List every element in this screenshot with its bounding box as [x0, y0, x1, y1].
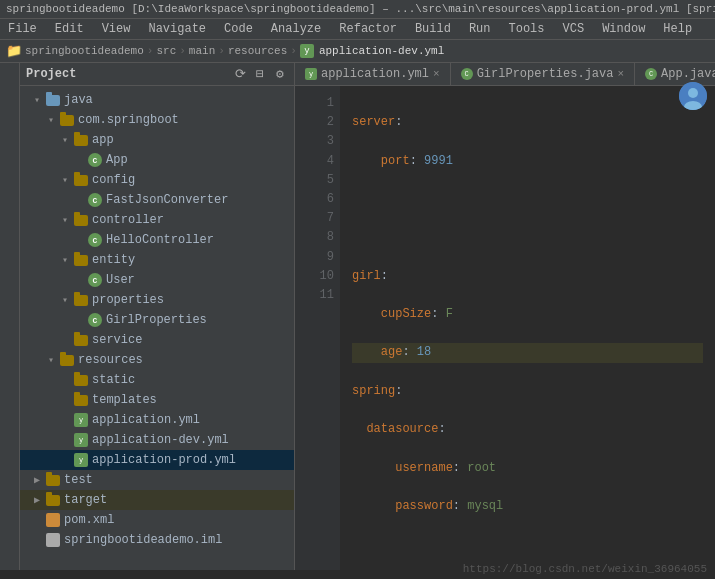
tree-item-User[interactable]: C User: [20, 270, 294, 290]
menu-item-file[interactable]: File: [4, 21, 41, 37]
menu-item-tools[interactable]: Tools: [505, 21, 549, 37]
tree-item-config[interactable]: ▾ config: [20, 170, 294, 190]
tree-label-HelloController: HelloController: [106, 233, 214, 247]
code-left-gutter: [295, 86, 305, 570]
tab-GirlProperties[interactable]: C GirlProperties.java ×: [451, 63, 635, 85]
menu-item-window[interactable]: Window: [598, 21, 649, 37]
tab-label-App: App.java: [661, 67, 715, 81]
folder-config-icon: [74, 175, 88, 186]
tree-item-application-prod-yml[interactable]: y application-prod.yml: [20, 450, 294, 470]
code-line-8: spring:: [352, 382, 703, 401]
line-num-9: 9: [305, 248, 334, 267]
folder-entity-icon: [74, 255, 88, 266]
watermark-text: https://blog.csdn.net/weixin_36964055: [463, 563, 707, 575]
java-App-icon: C: [88, 153, 102, 167]
line-num-8: 8: [305, 228, 334, 247]
tree-label-static: static: [92, 373, 135, 387]
line-num-10: 10: [305, 267, 334, 286]
breadcrumb-springbootideademo[interactable]: springbootideademo: [25, 45, 144, 57]
menu-item-navigate[interactable]: Navigate: [144, 21, 210, 37]
watermark: https://blog.csdn.net/weixin_36964055: [463, 563, 707, 575]
folder-properties-icon: [74, 295, 88, 306]
folder-target-icon: [46, 495, 60, 506]
menu-item-run[interactable]: Run: [465, 21, 495, 37]
line-num-5: 5: [305, 171, 334, 190]
tab-close-application-yml[interactable]: ×: [433, 68, 440, 80]
tab-java-icon-App: C: [645, 68, 657, 80]
line-num-2: 2: [305, 113, 334, 132]
project-header-label: Project: [26, 67, 76, 81]
tree-item-application-dev-yml[interactable]: y application-dev.yml: [20, 430, 294, 450]
tab-label-application-yml: application.yml: [321, 67, 429, 81]
arrow-entity: ▾: [62, 254, 72, 266]
breadcrumb-file[interactable]: application-dev.yml: [319, 45, 444, 57]
menu-item-vcs[interactable]: VCS: [559, 21, 589, 37]
breadcrumb-bar: 📁 springbootideademo › src › main › reso…: [0, 40, 715, 63]
line-num-4: 4: [305, 152, 334, 171]
tab-label-GirlProperties: GirlProperties.java: [477, 67, 614, 81]
collapse-icon[interactable]: ⊟: [252, 66, 268, 82]
project-icon: 📁: [6, 43, 22, 59]
code-editor: 1 2 3 4 5 6 7 8 9 10 11 server: port: 99…: [295, 86, 715, 570]
breadcrumb-main[interactable]: main: [189, 45, 215, 57]
tree-item-com-springboot[interactable]: ▾ com.springboot: [20, 110, 294, 130]
iml-icon: [46, 533, 60, 547]
breadcrumb-resources[interactable]: resources: [228, 45, 287, 57]
avatar[interactable]: [679, 82, 707, 110]
tree-item-HelloController[interactable]: C HelloController: [20, 230, 294, 250]
tree-label-service: service: [92, 333, 142, 347]
tree-item-entity[interactable]: ▾ entity: [20, 250, 294, 270]
tree-item-java[interactable]: ▾ java: [20, 90, 294, 110]
tab-application-yml[interactable]: y application.yml ×: [295, 63, 451, 85]
menu-item-analyze[interactable]: Analyze: [267, 21, 325, 37]
arrow-test: ▶: [34, 474, 44, 486]
line-num-6: 6: [305, 190, 334, 209]
tree-item-iml[interactable]: springbootideademo.iml: [20, 530, 294, 550]
line-num-1: 1: [305, 94, 334, 113]
menu-item-edit[interactable]: Edit: [51, 21, 88, 37]
tree-item-FastJsonConverter[interactable]: C FastJsonConverter: [20, 190, 294, 210]
code-line-6: cupSize: F: [352, 305, 703, 324]
tree-item-GirlProperties[interactable]: C GirlProperties: [20, 310, 294, 330]
line-num-7: 7: [305, 209, 334, 228]
tree-label-config: config: [92, 173, 135, 187]
tree-label-com-springboot: com.springboot: [78, 113, 179, 127]
arrow-com-springboot: ▾: [48, 114, 58, 126]
folder-static-icon: [74, 375, 88, 386]
tree-item-service[interactable]: service: [20, 330, 294, 350]
tree-item-App[interactable]: C App: [20, 150, 294, 170]
folder-resources-icon: [60, 355, 74, 366]
tree-item-pom-xml[interactable]: pom.xml: [20, 510, 294, 530]
folder-java-icon: [46, 95, 60, 106]
tree-label-FastJsonConverter: FastJsonConverter: [106, 193, 228, 207]
yaml-breadcrumb-icon: y: [300, 44, 314, 58]
menu-item-refactor[interactable]: Refactor: [335, 21, 401, 37]
breadcrumb-src[interactable]: src: [156, 45, 176, 57]
tree-item-static[interactable]: static: [20, 370, 294, 390]
tree-label-test: test: [64, 473, 93, 487]
tree-item-templates[interactable]: templates: [20, 390, 294, 410]
folder-service-icon: [74, 335, 88, 346]
menu-item-help[interactable]: Help: [659, 21, 696, 37]
tree-item-resources[interactable]: ▾ resources: [20, 350, 294, 370]
tree-item-controller[interactable]: ▾ controller: [20, 210, 294, 230]
folder-controller-icon: [74, 215, 88, 226]
tab-close-GirlProperties[interactable]: ×: [617, 68, 624, 80]
menu-item-build[interactable]: Build: [411, 21, 455, 37]
tree-label-resources: resources: [78, 353, 143, 367]
tree-item-test[interactable]: ▶ test: [20, 470, 294, 490]
editor-panel: y application.yml × C GirlProperties.jav…: [295, 63, 715, 570]
tab-App[interactable]: C App.java ×: [635, 63, 715, 85]
tree-item-properties[interactable]: ▾ properties: [20, 290, 294, 310]
tree-label-application-dev-yml: application-dev.yml: [92, 433, 229, 447]
menu-item-view[interactable]: View: [98, 21, 135, 37]
menu-item-code[interactable]: Code: [220, 21, 257, 37]
sync-icon[interactable]: ⟳: [232, 66, 248, 82]
tree-item-application-yml[interactable]: y application.yml: [20, 410, 294, 430]
code-content[interactable]: server: port: 9991 girl: cupSize: F age:…: [340, 86, 715, 570]
tree-item-target[interactable]: ▶ target: [20, 490, 294, 510]
tree-item-app[interactable]: ▾ app: [20, 130, 294, 150]
tree-label-app: app: [92, 133, 114, 147]
settings-icon[interactable]: ⚙: [272, 66, 288, 82]
svg-point-1: [688, 88, 698, 98]
